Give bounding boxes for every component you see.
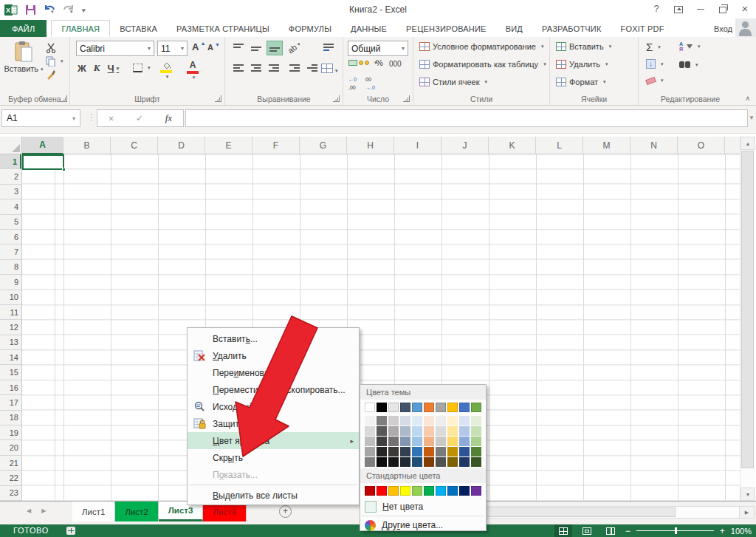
accounting-format-button[interactable]	[348, 60, 377, 66]
variant-color-swatch[interactable]	[412, 416, 422, 425]
orientation-button[interactable]: ab	[286, 39, 302, 55]
variant-color-swatch[interactable]	[377, 457, 387, 467]
variant-color-swatch[interactable]	[471, 437, 481, 446]
conditional-formatting-button[interactable]: Условное форматирование	[419, 42, 543, 51]
theme-color-swatch[interactable]	[424, 403, 434, 412]
menu-item[interactable]: Защитить лист...	[188, 415, 359, 432]
menu-item[interactable]: Удалить	[188, 347, 359, 364]
variant-color-swatch[interactable]	[471, 426, 481, 436]
minimize-button[interactable]	[690, 0, 712, 18]
wrap-text-button[interactable]	[321, 41, 337, 55]
user-avatar[interactable]	[735, 18, 756, 37]
variant-color-swatch[interactable]	[436, 426, 446, 436]
standard-color-swatch[interactable]	[436, 486, 446, 496]
variant-color-swatch[interactable]	[424, 447, 434, 456]
standard-color-swatch[interactable]	[424, 486, 434, 496]
variant-color-swatch[interactable]	[436, 457, 446, 467]
align-left-button[interactable]	[231, 61, 247, 76]
alignment-dialog-launcher[interactable]	[333, 95, 340, 102]
menu-item[interactable]: Исходный текст	[188, 398, 359, 415]
row-header[interactable]: 14	[0, 350, 21, 365]
row-header[interactable]: 11	[0, 305, 21, 320]
variant-color-swatch[interactable]	[365, 416, 375, 425]
help-button[interactable]: ?	[645, 0, 667, 18]
menu-item[interactable]: Переместить или скопировать...	[188, 381, 359, 398]
view-page-layout-button[interactable]	[578, 524, 596, 537]
menu-item[interactable]: Цвет ярлычка▸	[188, 432, 359, 449]
ribbon-tab[interactable]: ГЛАВНАЯ	[51, 20, 110, 37]
fill-color-button[interactable]	[160, 61, 172, 80]
row-header[interactable]: 15	[0, 365, 21, 380]
column-header[interactable]: K	[489, 137, 536, 154]
variant-color-swatch[interactable]	[424, 437, 434, 446]
variant-color-swatch[interactable]	[388, 447, 399, 456]
column-header[interactable]: N	[630, 137, 678, 154]
view-page-break-button[interactable]	[602, 524, 619, 537]
row-header[interactable]: 10	[0, 290, 21, 305]
variant-color-swatch[interactable]	[447, 457, 458, 467]
sign-in-link[interactable]: Вход	[714, 20, 732, 37]
variant-color-swatch[interactable]	[365, 437, 375, 446]
row-header[interactable]: 12	[0, 320, 21, 335]
zoom-slider-thumb[interactable]	[675, 527, 677, 534]
column-header[interactable]: J	[441, 137, 489, 154]
delete-cells-button[interactable]: Удалить	[556, 60, 608, 69]
zoom-out-button[interactable]: −	[625, 526, 630, 536]
scroll-right-button[interactable]: ▶	[739, 507, 754, 518]
prev-sheet-button[interactable]: ◀	[27, 507, 41, 514]
variant-color-swatch[interactable]	[388, 437, 399, 446]
row-header[interactable]: 23	[0, 486, 21, 501]
font-color-button[interactable]: А	[187, 60, 199, 81]
column-header[interactable]: L	[536, 137, 583, 154]
variant-color-swatch[interactable]	[412, 437, 422, 446]
autosum-button[interactable]: Σ	[646, 41, 661, 53]
variant-color-swatch[interactable]	[365, 447, 375, 456]
variant-color-swatch[interactable]	[377, 447, 387, 456]
sort-filter-button[interactable]: АЯ	[679, 41, 701, 52]
variant-color-swatch[interactable]	[412, 457, 422, 467]
variant-color-swatch[interactable]	[447, 416, 458, 425]
standard-color-swatch[interactable]	[400, 486, 410, 496]
merge-center-button[interactable]	[321, 64, 338, 75]
theme-color-swatch[interactable]	[471, 403, 481, 412]
theme-color-swatch[interactable]	[436, 403, 446, 412]
column-header[interactable]: D	[158, 137, 205, 154]
variant-color-swatch[interactable]	[388, 416, 399, 425]
view-normal-button[interactable]	[554, 524, 572, 537]
sheet-tab[interactable]: Лист1	[72, 502, 115, 521]
row-header[interactable]: 1	[0, 154, 21, 169]
find-select-button[interactable]	[679, 61, 698, 69]
align-middle-button[interactable]	[249, 41, 265, 55]
zoom-in-button[interactable]: +	[720, 526, 725, 536]
formula-bar-expand-icon[interactable]: ▼	[749, 114, 755, 121]
row-header[interactable]: 20	[0, 440, 21, 455]
variant-color-swatch[interactable]	[400, 447, 410, 456]
variant-color-swatch[interactable]	[447, 437, 458, 446]
variant-color-swatch[interactable]	[459, 426, 470, 436]
variant-color-swatch[interactable]	[377, 416, 387, 425]
macro-record-button[interactable]	[66, 527, 75, 535]
menu-item[interactable]: Вставить...	[188, 330, 359, 347]
column-header[interactable]: M	[583, 137, 630, 154]
paste-button[interactable]: Вставить	[4, 41, 43, 73]
ribbon-tab[interactable]: ФАЙЛ	[0, 20, 47, 37]
cell-styles-button[interactable]: Стили ячеек	[419, 78, 487, 86]
decrease-indent-button[interactable]	[287, 61, 303, 76]
selected-cell-a1[interactable]	[22, 154, 64, 170]
font-dialog-launcher[interactable]	[215, 95, 221, 102]
variant-color-swatch[interactable]	[436, 437, 446, 446]
ribbon-tab[interactable]: ДАННЫЕ	[341, 20, 396, 37]
row-header[interactable]: 19	[0, 425, 21, 440]
variant-color-swatch[interactable]	[459, 437, 470, 446]
formula-input[interactable]	[185, 109, 748, 127]
variant-color-swatch[interactable]	[412, 447, 422, 456]
increase-decimal-button[interactable]: ←0,00	[348, 77, 357, 90]
underline-button[interactable]: Ч	[108, 63, 120, 74]
row-header[interactable]: 8	[0, 260, 21, 275]
theme-color-swatch[interactable]	[400, 403, 410, 412]
clear-button[interactable]	[646, 78, 664, 83]
align-top-button[interactable]	[231, 41, 247, 55]
grow-font-button[interactable]: А▲	[192, 41, 205, 52]
menu-item[interactable]: Скрыть	[188, 449, 359, 466]
variant-color-swatch[interactable]	[471, 416, 481, 425]
